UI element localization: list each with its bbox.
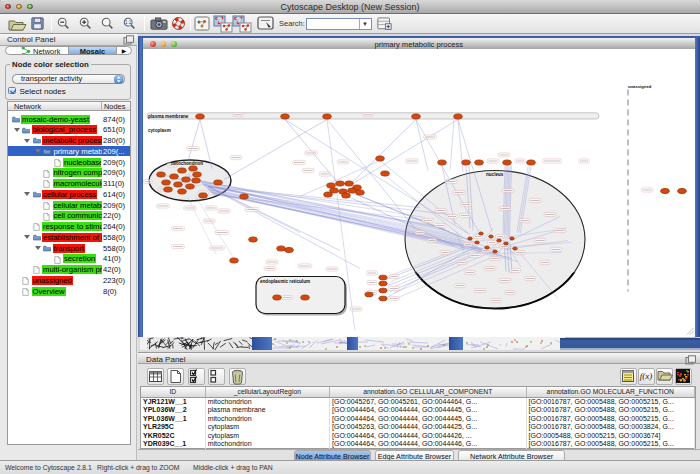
svg-text:plasma membrane: plasma membrane bbox=[148, 113, 189, 118]
svg-text:f(x): f(x) bbox=[640, 371, 653, 381]
svg-text:nucleus: nucleus bbox=[486, 171, 504, 176]
svg-text:mitochondrion: mitochondrion bbox=[171, 160, 203, 165]
svg-text:unassigned: unassigned bbox=[628, 83, 652, 88]
svg-text:1:1: 1:1 bbox=[125, 19, 132, 24]
svg-text:endoplasmic reticulum: endoplasmic reticulum bbox=[260, 279, 310, 284]
svg-text:cytoplasm: cytoplasm bbox=[148, 128, 171, 133]
